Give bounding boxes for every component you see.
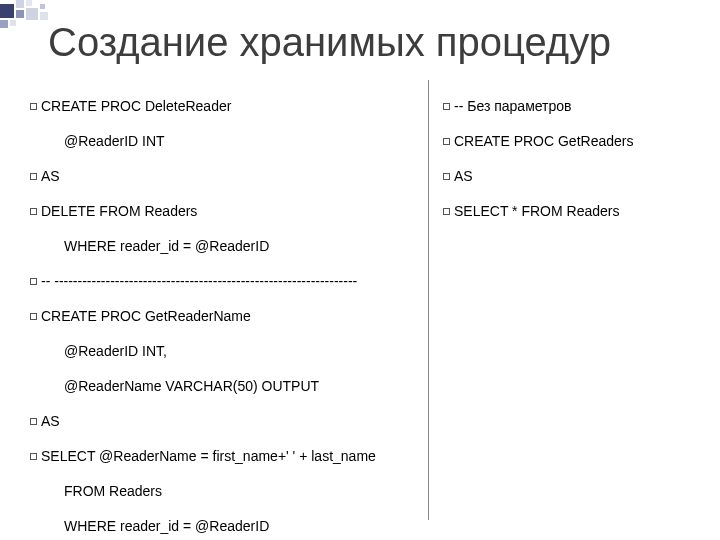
bullet-icon	[30, 103, 37, 110]
code-line: WHERE reader_id = @ReaderID	[30, 518, 418, 536]
code-line: FROM Readers	[30, 483, 418, 501]
code-text: SELECT * FROM Readers	[454, 203, 619, 219]
bullet-icon	[30, 453, 37, 460]
code-line: AS	[30, 168, 418, 186]
code-text: CREATE PROC GetReaderName	[41, 308, 251, 324]
code-line: CREATE PROC GetReaderName	[30, 308, 418, 326]
code-text: SELECT @ReaderName = first_name+' ' + la…	[41, 448, 376, 464]
code-text: CREATE PROC DeleteReader	[41, 98, 231, 114]
bullet-icon	[443, 208, 450, 215]
bullet-icon	[30, 313, 37, 320]
right-column: -- Без параметров CREATE PROC GetReaders…	[429, 80, 690, 520]
code-line: @ReaderID INT,	[30, 343, 418, 361]
code-line: -- Без параметров	[443, 98, 690, 116]
code-text: AS	[41, 168, 60, 184]
code-line: @ReaderName VARCHAR(50) OUTPUT	[30, 378, 418, 396]
code-line: AS	[443, 168, 690, 186]
code-text: AS	[41, 413, 60, 429]
code-text: DELETE FROM Readers	[41, 203, 197, 219]
code-line: @ReaderID INT	[30, 133, 418, 151]
code-text: -- -------------------------------------…	[41, 273, 357, 289]
bullet-icon	[30, 208, 37, 215]
code-line: AS	[30, 413, 418, 431]
bullet-icon	[30, 173, 37, 180]
code-line: CREATE PROC DeleteReader	[30, 98, 418, 116]
code-line: WHERE reader_id = @ReaderID	[30, 238, 418, 256]
code-line: CREATE PROC GetReaders	[443, 133, 690, 151]
bullet-icon	[30, 418, 37, 425]
code-line: SELECT * FROM Readers	[443, 203, 690, 221]
code-text: AS	[454, 168, 473, 184]
bullet-icon	[443, 173, 450, 180]
left-column: CREATE PROC DeleteReader @ReaderID INT A…	[30, 80, 428, 520]
code-separator: -- -------------------------------------…	[30, 273, 418, 291]
code-line: SELECT @ReaderName = first_name+' ' + la…	[30, 448, 418, 466]
slide-title: Создание хранимых процедур	[48, 20, 611, 65]
bullet-icon	[443, 103, 450, 110]
bullet-icon	[30, 278, 37, 285]
content-columns: CREATE PROC DeleteReader @ReaderID INT A…	[30, 80, 690, 520]
code-text: CREATE PROC GetReaders	[454, 133, 633, 149]
code-text: -- Без параметров	[454, 98, 572, 114]
code-line: DELETE FROM Readers	[30, 203, 418, 221]
bullet-icon	[443, 138, 450, 145]
